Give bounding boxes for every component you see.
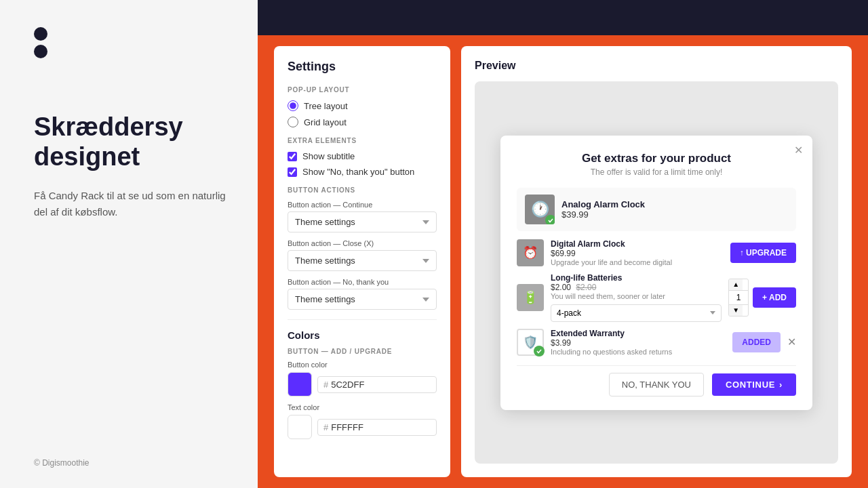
modal-footer: NO, THANK YOU CONTINUE › <box>517 365 796 396</box>
qty-decrease-button[interactable]: ▼ <box>729 305 743 316</box>
digital-clock-desc: Upgrade your life and become digital <box>551 258 724 266</box>
continue-label: CONTINUE <box>726 380 775 390</box>
content-area: Settings POP-UP LAYOUT Tree layout Grid … <box>258 35 868 488</box>
popup-layout-options: Tree layout Grid layout <box>288 100 437 127</box>
radio-tree-input[interactable] <box>288 100 298 111</box>
logo-dot-2 <box>34 45 47 58</box>
colors-title: Colors <box>288 329 437 341</box>
modal-close-button[interactable]: ✕ <box>794 144 803 157</box>
text-color-row: # <box>288 415 437 439</box>
main-product-price: $39.99 <box>561 209 645 220</box>
button-action-continue: Button action — Continue Theme settings <box>288 201 437 232</box>
digital-clock-name: Digital Alarm Clock <box>551 239 724 249</box>
warranty-desc: Including no questions asked returns <box>551 348 726 356</box>
checkbox-subtitle[interactable]: Show subtitle <box>288 151 437 161</box>
left-panel: Skræddersy designet Få Candy Rack til at… <box>0 0 258 488</box>
batteries-name: Long-life Batteries <box>551 273 722 283</box>
no-thanks-button[interactable]: NO, THANK YOU <box>609 373 704 396</box>
battery-icon: 🔋 <box>523 290 538 305</box>
main-product-info: Analog Alarm Clock $39.99 <box>561 199 645 220</box>
upsell-item-warranty: 🛡️ Extended Warranty $3.99 Including no … <box>517 329 796 356</box>
text-color-label: Text color <box>288 403 437 411</box>
add-button[interactable]: + ADD <box>753 287 796 308</box>
logo <box>34 27 231 58</box>
radio-tree-label: Tree layout <box>304 101 348 111</box>
button-color-swatch[interactable] <box>288 372 312 396</box>
qty-input[interactable] <box>729 290 748 305</box>
upgrade-button[interactable]: ↑ UPGRADE <box>730 243 796 263</box>
button-action-close: Button action — Close (X) Theme settings <box>288 239 437 271</box>
popup-layout-label: POP-UP LAYOUT <box>288 86 437 94</box>
radio-tree-layout[interactable]: Tree layout <box>288 100 437 111</box>
extra-elements-options: Show subtitle Show "No, thank you" butto… <box>288 151 437 177</box>
button-action-close-label: Button action — Close (X) <box>288 239 437 247</box>
settings-title: Settings <box>288 60 437 74</box>
checkbox-nothank-input[interactable] <box>288 167 297 177</box>
continue-button[interactable]: CONTINUE › <box>712 373 796 396</box>
upsell-item-digital-clock: ⏰ Digital Alarm Clock $69.99 Upgrade you… <box>517 239 796 266</box>
digital-clock-info: Digital Alarm Clock $69.99 Upgrade your … <box>551 239 724 266</box>
clock-icon: 🕐 <box>531 201 549 218</box>
button-action-continue-select[interactable]: Theme settings <box>288 211 437 232</box>
batteries-price-old: $2.00 <box>576 283 596 292</box>
warranty-name: Extended Warranty <box>551 329 726 338</box>
added-button[interactable]: ADDED <box>732 332 781 352</box>
logo-dot-1 <box>34 27 47 41</box>
button-actions-label: BUTTON ACTIONS <box>288 186 437 194</box>
button-color-hex-wrapper: # <box>317 376 437 393</box>
digital-clock-price: $69.99 <box>551 249 724 258</box>
button-add-upgrade-label: BUTTON — ADD / UPGRADE <box>288 348 437 355</box>
radio-grid-layout[interactable]: Grid layout <box>288 117 437 127</box>
checkbox-subtitle-input[interactable] <box>288 152 297 161</box>
extra-elements-label: EXTRA ELEMENTS <box>288 137 437 144</box>
batteries-controls: 4-pack <box>551 304 722 322</box>
modal-header-sub: The offer is valid for a limit time only… <box>517 167 796 177</box>
hash-symbol-1: # <box>323 380 328 390</box>
warranty-remove-button[interactable]: ✕ <box>787 336 796 348</box>
checkbox-nothank[interactable]: Show "No, thank you" button <box>288 167 437 177</box>
checkbox-nothank-label: Show "No, thank you" button <box>302 167 414 177</box>
digital-clock-icon: ⏰ <box>523 245 538 260</box>
preview-modal-container: ✕ Get extras for your product The offer … <box>475 81 838 464</box>
qty-increase-button[interactable]: ▲ <box>729 279 743 290</box>
right-panel: Settings POP-UP LAYOUT Tree layout Grid … <box>258 0 868 488</box>
batteries-pack-select[interactable]: 4-pack <box>551 304 722 322</box>
hash-symbol-2: # <box>323 422 328 432</box>
button-action-continue-label: Button action — Continue <box>288 201 437 209</box>
button-color-label: Button color <box>288 361 437 369</box>
warranty-price: $3.99 <box>551 338 726 348</box>
batteries-qty-control: ▲ ▼ <box>728 279 749 317</box>
text-color-swatch[interactable] <box>288 415 312 439</box>
upsell-list: ⏰ Digital Alarm Clock $69.99 Upgrade you… <box>517 239 796 356</box>
modal-card: ✕ Get extras for your product The offer … <box>500 136 812 410</box>
modal-header-title: Get extras for your product <box>517 152 796 165</box>
digital-clock-image: ⏰ <box>517 239 544 266</box>
button-action-nothank-select[interactable]: Theme settings <box>288 289 437 310</box>
radio-grid-label: Grid layout <box>304 117 347 127</box>
batteries-qty-add: ▲ ▼ + ADD <box>728 279 796 317</box>
button-color-row: # <box>288 372 437 396</box>
upsell-item-batteries: 🔋 Long-life Batteries $2.00 $2.00 You <box>517 273 796 322</box>
warranty-check-badge <box>534 346 545 357</box>
button-action-nothank: Button action — No, thank you Theme sett… <box>288 278 437 310</box>
footer-copyright: © Digismoothie <box>34 458 231 468</box>
preview-panel: Preview ✕ Get extras for your product Th… <box>461 46 852 477</box>
batteries-image: 🔋 <box>517 284 544 311</box>
main-product-row: 🕐 Analog Alarm Clock $39.99 <box>517 188 796 231</box>
preview-title: Preview <box>475 60 838 72</box>
main-product-name: Analog Alarm Clock <box>561 199 645 209</box>
radio-grid-input[interactable] <box>288 117 298 127</box>
button-color-hex-input[interactable] <box>331 380 378 390</box>
modal-header: Get extras for your product The offer is… <box>517 152 796 177</box>
left-description: Få Candy Rack til at se ud som en naturl… <box>34 188 231 458</box>
main-product-check-badge <box>545 215 555 224</box>
left-title: Skræddersy designet <box>34 113 231 171</box>
text-color-hex-wrapper: # <box>317 419 437 436</box>
checkbox-subtitle-label: Show subtitle <box>302 151 355 161</box>
warranty-info: Extended Warranty $3.99 Including no que… <box>551 329 726 356</box>
text-color-hex-input[interactable] <box>331 422 378 432</box>
button-action-close-select[interactable]: Theme settings <box>288 250 437 271</box>
batteries-info: Long-life Batteries $2.00 $2.00 You will… <box>551 273 722 322</box>
settings-panel: Settings POP-UP LAYOUT Tree layout Grid … <box>274 46 450 477</box>
warranty-image: 🛡️ <box>517 329 544 356</box>
